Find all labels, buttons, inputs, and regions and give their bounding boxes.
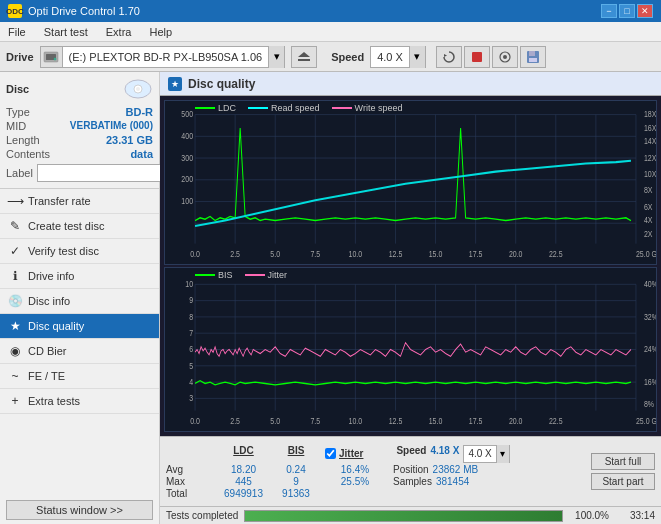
svg-text:300: 300 (181, 152, 193, 163)
disc-type-value: BD-R (126, 106, 154, 118)
svg-text:32%: 32% (644, 311, 656, 322)
svg-text:4X: 4X (644, 214, 653, 225)
maximize-button[interactable]: □ (619, 4, 635, 18)
svg-text:5: 5 (189, 359, 193, 370)
svg-text:0.0: 0.0 (190, 248, 200, 259)
svg-marker-3 (298, 52, 310, 57)
stats-speed-selector[interactable]: 4.0 X ▾ (463, 445, 509, 463)
stats-total-bis: 91363 (271, 488, 321, 499)
svg-point-14 (136, 87, 140, 91)
legend-bis-label: BIS (218, 270, 233, 280)
svg-rect-10 (529, 51, 535, 56)
svg-text:16%: 16% (644, 376, 656, 387)
legend-jitter-label: Jitter (268, 270, 288, 280)
sidebar-item-transfer-rate[interactable]: ⟶ Transfer rate (0, 189, 159, 214)
svg-text:8X: 8X (644, 184, 653, 195)
chart2-container: BIS Jitter (164, 267, 657, 432)
menu-extra[interactable]: Extra (102, 25, 136, 39)
drive-selector[interactable]: (E:) PLEXTOR BD-R PX-LB950SA 1.06 ▾ (40, 46, 286, 68)
drive-dropdown-arrow[interactable]: ▾ (268, 46, 284, 68)
stats-avg-label: Avg (166, 464, 216, 475)
progress-track (244, 510, 563, 522)
start-buttons: Start full Start part (591, 453, 655, 490)
start-part-button[interactable]: Start part (591, 473, 655, 490)
sidebar-item-disc-quality-label: Disc quality (28, 320, 84, 332)
progress-time: 33:14 (615, 510, 655, 521)
svg-point-8 (503, 55, 507, 59)
eject-button[interactable] (291, 46, 317, 68)
stop-button[interactable] (464, 46, 490, 68)
svg-text:7: 7 (189, 327, 193, 338)
jitter-check-area: Jitter (325, 445, 363, 463)
sidebar-item-disc-quality[interactable]: ★ Disc quality (0, 314, 159, 339)
title-bar-controls: − □ ✕ (601, 4, 653, 18)
disc-title: Disc (6, 83, 29, 95)
legend-write-color (332, 107, 352, 109)
stats-max-bis: 9 (271, 476, 321, 487)
legend-ldc-color (195, 107, 215, 109)
svg-text:16X: 16X (644, 122, 656, 133)
stats-speed-dropdown[interactable]: ▾ (496, 445, 509, 463)
toolbar-icons (436, 46, 546, 68)
menu-start-test[interactable]: Start test (40, 25, 92, 39)
stats-max-label: Max (166, 476, 216, 487)
svg-text:14X: 14X (644, 135, 656, 146)
minimize-button[interactable]: − (601, 4, 617, 18)
stats-table: LDC BIS Jitter Speed 4.18 X 4.0 X ▾ Avg (166, 445, 587, 499)
sidebar-item-extra-tests[interactable]: + Extra tests (0, 389, 159, 414)
sidebar-item-cd-bier-label: CD Bier (28, 345, 67, 357)
disc-quality-header: ★ Disc quality (160, 72, 661, 96)
jitter-checkbox[interactable] (325, 448, 336, 459)
disc-type-row: Type BD-R (6, 106, 153, 118)
stats-total-label: Total (166, 488, 216, 499)
sidebar-item-cd-bier[interactable]: ◉ CD Bier (0, 339, 159, 364)
svg-text:20.0: 20.0 (509, 248, 523, 259)
status-window-button[interactable]: Status window >> (6, 500, 153, 520)
refresh-button[interactable] (436, 46, 462, 68)
svg-text:200: 200 (181, 173, 193, 184)
sidebar-item-fe-te[interactable]: ~ FE / TE (0, 364, 159, 389)
sidebar-item-create-test-disc[interactable]: ✎ Create test disc (0, 214, 159, 239)
speed-selector[interactable]: 4.0 X ▾ (370, 46, 426, 68)
svg-point-2 (54, 57, 56, 59)
legend-write-speed: Write speed (332, 103, 403, 113)
svg-text:15.0: 15.0 (429, 248, 443, 259)
svg-text:10.0: 10.0 (349, 415, 363, 426)
extra-tests-icon: + (8, 394, 22, 408)
sidebar-item-verify-test-disc[interactable]: ✓ Verify test disc (0, 239, 159, 264)
svg-text:10X: 10X (644, 168, 656, 179)
speed-dropdown-arrow[interactable]: ▾ (409, 46, 425, 68)
stats-max-ldc: 445 (216, 476, 271, 487)
svg-text:24%: 24% (644, 343, 656, 354)
disc-length-label: Length (6, 134, 40, 146)
progress-fill (245, 511, 562, 521)
menu-file[interactable]: File (4, 25, 30, 39)
start-full-button[interactable]: Start full (591, 453, 655, 470)
legend-read-speed: Read speed (248, 103, 320, 113)
disc-label-input[interactable] (37, 164, 170, 182)
speed-value: 4.0 X (371, 51, 409, 63)
close-button[interactable]: ✕ (637, 4, 653, 18)
stats-header-speed: Speed (371, 445, 426, 463)
app-title: Opti Drive Control 1.70 (28, 5, 140, 17)
svg-text:25.0 GB: 25.0 GB (636, 248, 656, 259)
svg-text:100: 100 (181, 195, 193, 206)
menu-help[interactable]: Help (145, 25, 176, 39)
svg-text:12.5: 12.5 (389, 248, 403, 259)
disc-length-row: Length 23.31 GB (6, 134, 153, 146)
disc-contents-row: Contents data (6, 148, 153, 160)
svg-text:40%: 40% (644, 278, 656, 289)
legend-ldc: LDC (195, 103, 236, 113)
legend-read-color (248, 107, 268, 109)
sidebar-item-drive-info[interactable]: ℹ Drive info (0, 264, 159, 289)
options-button[interactable] (492, 46, 518, 68)
disc-contents-value: data (130, 148, 153, 160)
charts-area: LDC Read speed Write speed (160, 96, 661, 436)
verify-test-disc-icon: ✓ (8, 244, 22, 258)
disc-quality-icon: ★ (8, 319, 22, 333)
save-button[interactable] (520, 46, 546, 68)
svg-rect-4 (298, 59, 310, 61)
sidebar-item-disc-info[interactable]: 💿 Disc info (0, 289, 159, 314)
chart2-legend: BIS Jitter (195, 270, 287, 280)
svg-rect-6 (472, 52, 482, 62)
